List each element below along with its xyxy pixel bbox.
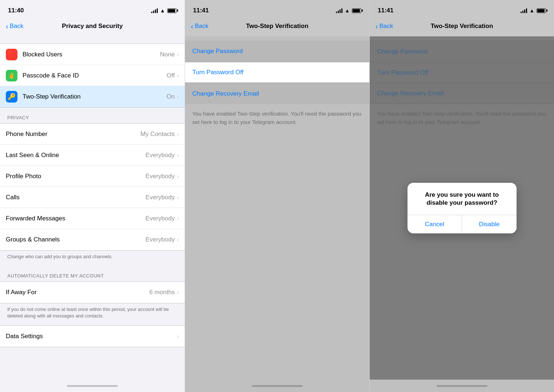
if-away-label: If Away For [6,289,149,296]
wifi-icon-2: ▲ [345,8,350,13]
back-label-2: Back [195,23,209,30]
battery-icon [167,8,177,13]
back-button-2[interactable]: ‹ Back [191,23,208,30]
wifi-icon-3: ▲ [529,8,534,13]
privacy-section: PRIVACY Phone Number My Contacts › Last … [0,108,185,266]
nav-bar-3: ‹ Back Two-Step Verification [370,18,554,36]
status-time-1: 11:40 [8,7,24,14]
if-away-item[interactable]: If Away For 6 months › [0,282,185,303]
cancel-button[interactable]: Cancel [408,215,462,233]
blocked-users-icon: 🚫 [6,49,17,60]
alert-buttons: Cancel Disable [408,215,517,233]
alert-title: Are you sure you want to disable your pa… [408,183,517,211]
passcode-label: Passcode & Face ID [23,72,166,79]
last-seen-item[interactable]: Last Seen & Online Everybody › [0,145,185,166]
last-seen-value: Everybody [145,152,174,159]
turn-password-off-label: Turn Password Off [192,69,244,76]
home-bar-3 [437,385,487,387]
back-button-3[interactable]: ‹ Back [376,23,393,30]
blocked-users-item[interactable]: 🚫 Blocked Users None › [0,44,185,65]
battery-fill-3 [537,9,545,12]
two-step-list-group: Change Password Turn Password Off Change… [185,41,369,104]
battery-icon-2 [352,8,361,13]
phone-2: 11:41 ▲ ‹ Back Two-Step Verification [185,0,369,392]
status-bar-1: 11:40 ▲ [0,0,185,18]
profile-photo-item[interactable]: Profile Photo Everybody › [0,166,185,187]
signal-icon-2 [336,8,342,13]
battery-fill [168,9,175,12]
groups-channels-label: Groups & Channels [6,236,145,243]
two-step-chevron: › [177,93,179,100]
home-bar-1 [67,385,118,387]
status-bar-2: 11:41 ▲ [185,0,369,18]
disable-button[interactable]: Disable [462,215,517,233]
page-title-3: Two-Step Verification [431,23,493,30]
back-chevron-2: ‹ [191,23,193,30]
back-chevron-1: ‹ [6,23,8,30]
home-indicator-1 [0,380,185,392]
phone-1: 11:40 ▲ ‹ Back Privacy and Security 🚫 [0,0,185,392]
change-password-item[interactable]: Change Password [185,41,369,62]
battery-fill-2 [353,9,360,12]
forwarded-messages-value: Everybody [145,215,174,222]
privacy-list: Phone Number My Contacts › Last Seen & O… [0,123,185,251]
two-step-description-2: You have enabled Two-Step verification. … [185,104,369,132]
home-bar-2 [252,385,303,387]
blocked-users-value: None [160,51,175,58]
calls-item[interactable]: Calls Everybody › [0,187,185,208]
blocked-users-label: Blocked Users [23,51,160,58]
bottom-group: Data Settings › [0,325,185,347]
passcode-chevron: › [177,72,179,79]
forwarded-messages-label: Forwarded Messages [6,215,145,222]
calls-value: Everybody [145,194,174,201]
profile-photo-value: Everybody [145,173,174,180]
passcode-icon: ✌ [6,70,17,81]
two-step-label: Two-Step Verification [23,93,166,100]
turn-password-off-item[interactable]: Turn Password Off [185,62,369,83]
data-settings-item[interactable]: Data Settings › [0,326,185,347]
groups-channels-value: Everybody [145,236,174,243]
phone-number-item[interactable]: Phone Number My Contacts › [0,124,185,145]
top-items-group: 🚫 Blocked Users None › ✌ Passcode & Face… [0,44,185,108]
signal-icon-3 [521,8,527,13]
phone3-content: Change Password Turn Password Off Change… [370,36,554,380]
status-icons-1: ▲ [151,8,177,13]
delete-section: AUTOMATICALLY DELETE MY ACCOUNT If Away … [0,266,185,325]
passcode-item[interactable]: ✌ Passcode & Face ID Off › [0,65,185,86]
privacy-footer: Change who can add you to groups and cha… [0,251,185,266]
privacy-header: PRIVACY [0,108,185,123]
alert-dialog: Are you sure you want to disable your pa… [408,183,517,233]
change-password-label: Change Password [192,48,243,55]
back-button-1[interactable]: ‹ Back [6,23,23,30]
wifi-icon: ▲ [160,8,165,13]
nav-bar-2: ‹ Back Two-Step Verification [185,18,369,36]
status-icons-2: ▲ [336,8,361,13]
content-1: 🚫 Blocked Users None › ✌ Passcode & Face… [0,36,185,380]
groups-channels-item[interactable]: Groups & Channels Everybody › [0,229,185,250]
change-recovery-email-label: Change Recovery Email [192,90,259,97]
signal-icon [151,8,158,13]
two-step-item[interactable]: 🔑 Two-Step Verification On › [0,86,185,107]
back-label-1: Back [10,23,24,30]
forwarded-messages-item[interactable]: Forwarded Messages Everybody › [0,208,185,229]
phone-number-label: Phone Number [6,131,140,138]
battery-icon-3 [537,8,546,13]
status-icons-3: ▲ [521,8,546,13]
home-indicator-3 [370,380,554,392]
if-away-value: 6 months [149,289,175,296]
two-step-icon: 🔑 [6,91,17,103]
calls-label: Calls [6,194,145,201]
back-label-3: Back [380,23,393,30]
data-settings-label: Data Settings [6,333,177,340]
last-seen-label: Last Seen & Online [6,152,145,159]
change-recovery-email-item[interactable]: Change Recovery Email [185,83,369,104]
phone-3: 11:41 ▲ ‹ Back Two-Step Verification Ch [369,0,554,392]
two-step-value: On [166,93,175,100]
passcode-value: Off [166,72,174,79]
nav-bar-1: ‹ Back Privacy and Security [0,18,185,36]
back-chevron-3: ‹ [376,23,378,30]
phone-number-value: My Contacts [140,131,174,138]
profile-photo-label: Profile Photo [6,173,145,180]
page-title-2: Two-Step Verification [246,23,309,30]
status-time-3: 11:41 [378,7,393,14]
